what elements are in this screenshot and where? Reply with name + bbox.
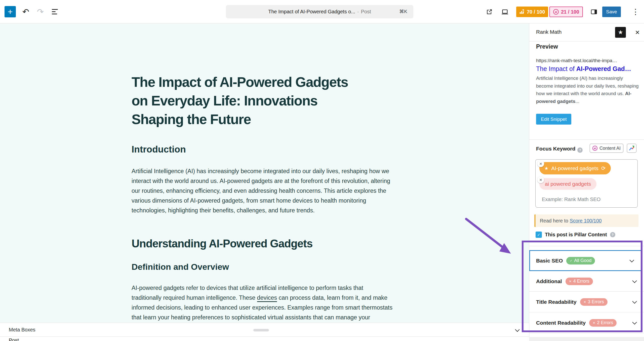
sidebar-panel-icon <box>590 8 598 16</box>
preview-url: https://rank-math-test.local/the-impa… <box>536 58 638 63</box>
pillar-content-checkbox[interactable]: ✓ <box>536 232 542 238</box>
command-palette[interactable]: The Impact of AI-Powered Gadgets o... · … <box>226 5 413 18</box>
score-graph-icon <box>519 9 525 14</box>
post-title[interactable]: The Impact of AI-Powered Gadgets on Ever… <box>132 73 398 129</box>
star-icon: ★ <box>618 29 623 35</box>
document-overview-button[interactable] <box>49 6 61 17</box>
x-icon: ✕ <box>584 300 586 304</box>
redo-button[interactable]: ↷ <box>35 6 46 17</box>
content-ai-score-value: 21 / 100 <box>561 9 579 15</box>
score-hint: Read here to Score 100/100 <box>534 214 638 227</box>
editor-canvas[interactable]: The Impact of AI-Powered Gadgets on Ever… <box>0 23 529 323</box>
preview-button[interactable] <box>499 6 510 17</box>
meta-boxes-label: Meta Boxes <box>9 327 35 333</box>
content-ai-score-badge[interactable]: ai 21 / 100 <box>549 7 583 17</box>
redo-icon: ↷ <box>37 7 44 17</box>
star-icon: ★ <box>544 166 548 171</box>
plus-icon: + <box>8 7 13 17</box>
underlined-word: devices <box>257 294 277 302</box>
x-icon: ✕ <box>593 321 595 325</box>
help-icon[interactable]: ? <box>577 147 583 153</box>
content-ai-icon: ai <box>592 146 597 151</box>
chevron-down-icon[interactable] <box>629 258 634 262</box>
section-additional[interactable]: Additional ✕ 4 Errors <box>529 271 644 292</box>
preview-title-link[interactable]: The Impact of AI-Powered Gad… <box>536 65 639 72</box>
keyword-pill-primary[interactable]: ★ AI-powered gadgets ⟳ <box>539 162 611 174</box>
content-ai-button[interactable]: ai Content AI <box>590 144 623 153</box>
section-basic-seo[interactable]: Basic SEO ✓ All Good <box>529 250 642 271</box>
pin-plugin-button[interactable]: ★ <box>615 27 626 38</box>
paragraph-definition[interactable]: AI-powered gadgets refer to devices that… <box>132 283 394 323</box>
focus-keyword-label: Focus Keyword? <box>536 146 583 153</box>
section-content-readability[interactable]: Content Readability ✕ 2 Errors <box>529 313 644 333</box>
editor-toolbar: + ↶ ↷ The Impact of AI-Powered Gadgets o… <box>0 0 644 23</box>
keyword-placeholder: Example: Rank Math SEO <box>542 197 600 202</box>
close-icon: ✕ <box>539 162 542 166</box>
divider <box>529 139 644 140</box>
kebab-menu-icon: ⋮ <box>632 7 639 16</box>
remove-keyword-button[interactable]: ✕ <box>537 160 544 167</box>
keyword-pill-secondary[interactable]: ai powered gadgets <box>539 178 596 190</box>
check-icon: ✓ <box>570 259 572 262</box>
breadcrumb[interactable]: Post <box>9 337 19 341</box>
breadcrumb-bar: Post <box>0 337 529 341</box>
undo-icon: ↶ <box>22 7 29 17</box>
section-title-readability[interactable]: Title Readability ✕ 3 Errors <box>529 292 644 312</box>
focus-keyword-input[interactable]: ★ AI-powered gadgets ⟳ ✕ ai powered gadg… <box>535 159 638 208</box>
trends-icon <box>628 145 635 151</box>
remove-keyword-button[interactable]: ✕ <box>537 176 544 183</box>
close-icon: ✕ <box>539 178 542 182</box>
undo-button[interactable]: ↶ <box>20 6 31 17</box>
heading-introduction[interactable]: Introduction <box>132 144 186 155</box>
sidebar-title: Rank Math <box>536 29 562 35</box>
chevron-down-icon[interactable] <box>515 327 519 332</box>
meta-boxes-bar[interactable]: Meta Boxes <box>0 323 529 337</box>
heading-understanding[interactable]: Understanding AI-Powered Gadgets <box>132 237 312 250</box>
heading-definition[interactable]: Definition and Overview <box>132 262 229 272</box>
seo-score-value: 70 / 100 <box>527 9 545 15</box>
options-menu-button[interactable]: ⋮ <box>630 6 641 17</box>
resize-handle[interactable] <box>253 329 269 331</box>
preview-description: Artificial Intelligence (AI) has increas… <box>536 74 639 105</box>
close-sidebar-button[interactable]: ✕ <box>633 28 642 37</box>
chevron-down-icon[interactable] <box>632 299 637 304</box>
preview-heading: Preview <box>536 43 558 50</box>
document-title: The Impact of AI-Powered Gadgets o... <box>268 9 355 15</box>
external-link-icon <box>486 8 493 15</box>
status-badge: ✕ 4 Errors <box>566 278 593 285</box>
x-icon: ✕ <box>569 280 572 283</box>
google-trends-button[interactable] <box>627 144 636 153</box>
save-button[interactable]: Save <box>602 7 621 17</box>
status-badge: ✕ 3 Errors <box>580 298 608 306</box>
edit-snippet-button[interactable]: Edit Snippet <box>536 114 571 125</box>
paragraph-introduction[interactable]: Artificial Intelligence (AI) has increas… <box>132 166 394 215</box>
pillar-content-row: ✓ This post is Pillar Content ? <box>536 232 615 238</box>
post-type-label: Post <box>361 9 371 15</box>
chevron-down-icon[interactable] <box>632 278 637 283</box>
laptop-icon <box>501 8 509 16</box>
refresh-keyword-icon[interactable]: ⟳ <box>601 165 606 171</box>
status-badge: ✓ All Good <box>566 257 595 264</box>
list-view-icon <box>52 9 58 10</box>
shortcut-hint: ⌘K <box>399 9 407 14</box>
sidebar-header: Rank Math ★ ✕ <box>529 23 644 42</box>
block-inserter-button[interactable]: + <box>5 6 16 17</box>
check-icon: ✓ <box>537 233 540 237</box>
settings-sidebar-toggle[interactable] <box>588 6 599 17</box>
chevron-down-icon[interactable] <box>632 320 637 324</box>
score-guide-link[interactable]: Score 100/100 <box>570 218 602 224</box>
rank-math-score-badge[interactable]: 70 / 100 <box>516 7 548 17</box>
help-icon[interactable]: ? <box>610 232 615 237</box>
status-badge: ✕ 2 Errors <box>589 319 617 327</box>
rank-math-sidebar: Rank Math ★ ✕ Preview https://rank-math-… <box>529 23 644 341</box>
pillar-content-label: This post is Pillar Content <box>545 232 607 238</box>
close-icon: ✕ <box>635 29 640 36</box>
content-ai-icon: ai <box>553 9 559 15</box>
divider <box>529 246 644 246</box>
view-post-button[interactable] <box>484 6 495 17</box>
